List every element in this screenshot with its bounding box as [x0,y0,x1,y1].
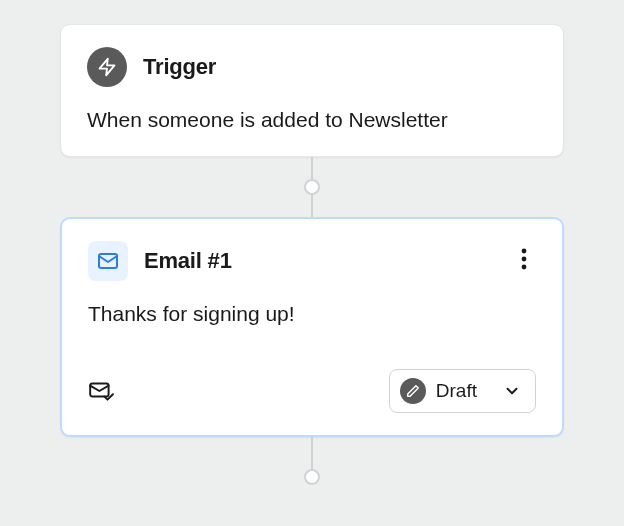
add-step-node-icon[interactable] [304,179,320,195]
trigger-node[interactable]: Trigger When someone is added to Newslet… [60,24,564,157]
status-dropdown[interactable]: Draft [389,369,536,413]
trigger-description: When someone is added to Newsletter [87,105,537,134]
svg-point-2 [522,257,527,262]
mail-check-icon [88,378,114,404]
more-options-button[interactable] [506,241,542,277]
svg-point-3 [522,265,527,270]
workflow-canvas[interactable]: Trigger When someone is added to Newslet… [0,0,624,526]
email-node[interactable]: Email #1 Thanks for signing up! Draft [60,217,564,436]
email-footer: Draft [88,369,536,413]
mail-icon [88,241,128,281]
pencil-icon [400,378,426,404]
email-subject: Thanks for signing up! [88,299,536,328]
status-label: Draft [436,380,493,402]
trigger-header: Trigger [87,47,537,87]
add-step-node-icon[interactable] [304,469,320,485]
preview-email-button[interactable] [88,378,114,404]
more-vertical-icon [521,248,527,270]
svg-marker-0 [100,59,115,76]
connector [60,437,564,477]
email-header: Email #1 [88,241,536,281]
trigger-title: Trigger [143,54,216,80]
email-title: Email #1 [144,248,232,274]
connector [60,157,564,217]
lightning-icon [87,47,127,87]
svg-point-1 [522,249,527,254]
chevron-down-icon [503,382,521,400]
